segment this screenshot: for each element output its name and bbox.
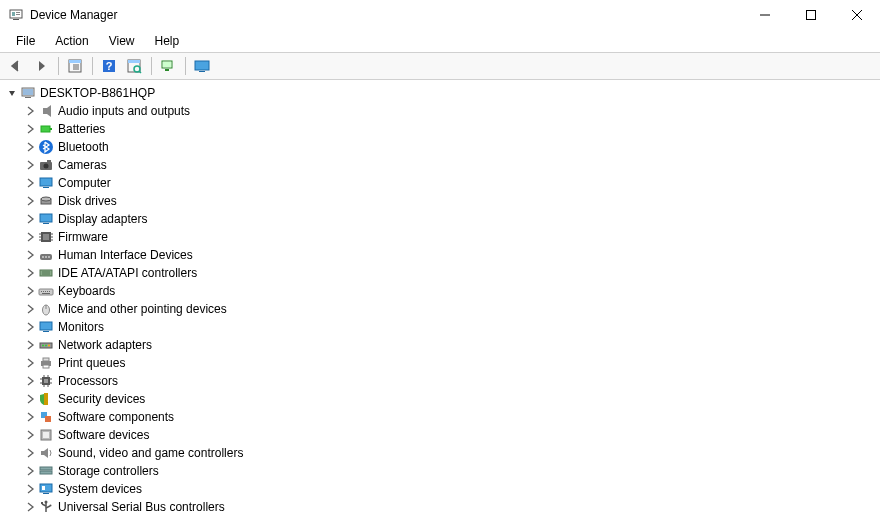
close-button[interactable] — [834, 0, 880, 30]
tree-root[interactable]: DESKTOP-B861HQP — [4, 84, 880, 102]
expander-closed-icon[interactable] — [22, 499, 38, 515]
battery-icon — [38, 121, 54, 137]
toolbar-device-button[interactable] — [156, 55, 180, 77]
tree-category[interactable]: Disk drives — [4, 192, 880, 210]
tree-category[interactable]: Computer — [4, 174, 880, 192]
svg-rect-23 — [195, 61, 209, 70]
menu-action[interactable]: Action — [45, 32, 98, 50]
titlebar: Device Manager — [0, 0, 880, 30]
expander-closed-icon[interactable] — [22, 175, 38, 191]
tree-category-label: Monitors — [58, 320, 104, 334]
toolbar-separator — [185, 57, 186, 75]
toolbar-forward-button[interactable] — [29, 55, 53, 77]
usb-icon — [38, 499, 54, 515]
tree-category-label: Processors — [58, 374, 118, 388]
tree-category[interactable]: Mice and other pointing devices — [4, 300, 880, 318]
tree-category-label: Computer — [58, 176, 111, 190]
tree-category[interactable]: Cameras — [4, 156, 880, 174]
expander-closed-icon[interactable] — [22, 373, 38, 389]
toolbar: ? — [0, 52, 880, 80]
computer-icon — [20, 85, 36, 101]
svg-rect-26 — [23, 89, 33, 95]
expander-closed-icon[interactable] — [22, 247, 38, 263]
svg-rect-6 — [807, 11, 816, 20]
hid-icon — [38, 247, 54, 263]
tree-category[interactable]: Universal Serial Bus controllers — [4, 498, 880, 516]
expander-closed-icon[interactable] — [22, 211, 38, 227]
expander-closed-icon[interactable] — [22, 139, 38, 155]
expander-closed-icon[interactable] — [22, 445, 38, 461]
svg-rect-21 — [163, 62, 171, 67]
tree-category[interactable]: Security devices — [4, 390, 880, 408]
bluetooth-icon — [38, 139, 54, 155]
expander-closed-icon[interactable] — [22, 301, 38, 317]
tree-category[interactable]: Sound, video and game controllers — [4, 444, 880, 462]
tree-category-label: Sound, video and game controllers — [58, 446, 243, 460]
tree-category[interactable]: Human Interface Devices — [4, 246, 880, 264]
tree-category[interactable]: Firmware — [4, 228, 880, 246]
tree-category[interactable]: Software components — [4, 408, 880, 426]
device-tree[interactable]: DESKTOP-B861HQP Audio inputs and outputs… — [0, 80, 880, 524]
menu-view[interactable]: View — [99, 32, 145, 50]
expander-closed-icon[interactable] — [22, 193, 38, 209]
expander-closed-icon[interactable] — [22, 409, 38, 425]
expander-closed-icon[interactable] — [22, 157, 38, 173]
toolbar-separator — [92, 57, 93, 75]
expander-open-icon[interactable] — [4, 85, 20, 101]
tree-category[interactable]: Processors — [4, 372, 880, 390]
tree-category-label: Software components — [58, 410, 174, 424]
menu-file[interactable]: File — [6, 32, 45, 50]
tree-category[interactable]: Batteries — [4, 120, 880, 138]
svg-rect-2 — [16, 12, 20, 13]
menubar: File Action View Help — [0, 30, 880, 52]
toolbar-help-button[interactable]: ? — [97, 55, 121, 77]
toolbar-monitor-button[interactable] — [190, 55, 214, 77]
expander-closed-icon[interactable] — [22, 229, 38, 245]
display-icon — [38, 211, 54, 227]
toolbar-back-button[interactable] — [4, 55, 28, 77]
tree-category[interactable]: Keyboards — [4, 282, 880, 300]
menu-help[interactable]: Help — [145, 32, 190, 50]
expander-closed-icon[interactable] — [22, 391, 38, 407]
tree-category[interactable]: System devices — [4, 480, 880, 498]
tree-category-label: Storage controllers — [58, 464, 159, 478]
expander-closed-icon[interactable] — [22, 265, 38, 281]
expander-closed-icon[interactable] — [22, 355, 38, 371]
audio-icon — [38, 103, 54, 119]
tree-category[interactable]: Software devices — [4, 426, 880, 444]
tree-category-label: Bluetooth — [58, 140, 109, 154]
tree-category-label: Human Interface Devices — [58, 248, 193, 262]
expander-closed-icon[interactable] — [22, 463, 38, 479]
expander-closed-icon[interactable] — [22, 427, 38, 443]
expander-closed-icon[interactable] — [22, 103, 38, 119]
maximize-button[interactable] — [788, 0, 834, 30]
tree-category[interactable]: Print queues — [4, 354, 880, 372]
tree-category[interactable]: Network adapters — [4, 336, 880, 354]
svg-rect-4 — [13, 19, 19, 20]
security-icon — [38, 391, 54, 407]
toolbar-scan-button[interactable] — [122, 55, 146, 77]
expander-closed-icon[interactable] — [22, 283, 38, 299]
tree-category-label: Disk drives — [58, 194, 117, 208]
tree-category[interactable]: Bluetooth — [4, 138, 880, 156]
svg-rect-10 — [69, 60, 81, 63]
swcomp-icon — [38, 409, 54, 425]
expander-closed-icon[interactable] — [22, 319, 38, 335]
svg-rect-27 — [25, 97, 31, 98]
tree-root-label: DESKTOP-B861HQP — [40, 86, 155, 100]
expander-closed-icon[interactable] — [22, 481, 38, 497]
tree-category[interactable]: IDE ATA/ATAPI controllers — [4, 264, 880, 282]
expander-closed-icon[interactable] — [22, 121, 38, 137]
expander-closed-icon[interactable] — [22, 337, 38, 353]
tree-category-label: IDE ATA/ATAPI controllers — [58, 266, 197, 280]
tree-category[interactable]: Monitors — [4, 318, 880, 336]
svg-rect-22 — [165, 69, 169, 71]
minimize-button[interactable] — [742, 0, 788, 30]
tree-category[interactable]: Display adapters — [4, 210, 880, 228]
tree-category[interactable]: Audio inputs and outputs — [4, 102, 880, 120]
tree-category-label: Display adapters — [58, 212, 147, 226]
swdev-icon — [38, 427, 54, 443]
toolbar-separator — [151, 57, 152, 75]
toolbar-show-hide-button[interactable] — [63, 55, 87, 77]
tree-category[interactable]: Storage controllers — [4, 462, 880, 480]
